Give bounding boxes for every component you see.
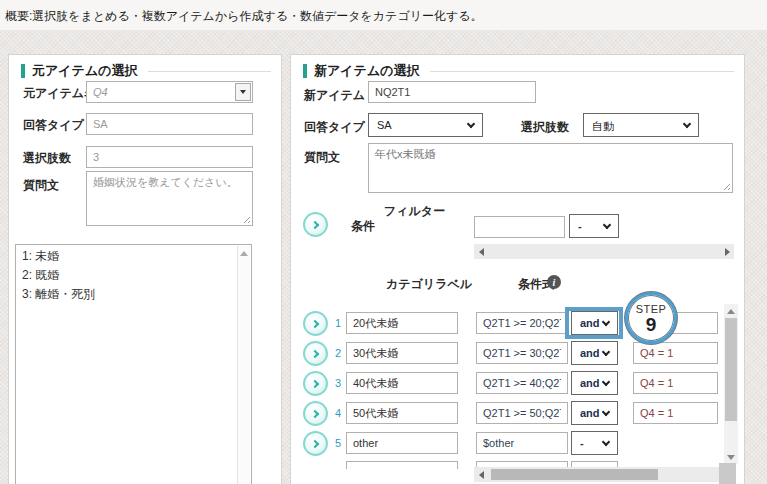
answer-type-value: SA [377,119,392,131]
apply-row-arrow-button[interactable] [303,341,328,366]
list-item[interactable]: 1: 未婚 [16,247,235,266]
operator-select[interactable]: and [571,401,618,425]
category-label-field[interactable] [346,402,458,424]
scroll-right-icon[interactable] [720,244,734,259]
step-badge-label: STEP [636,303,667,315]
operator-select[interactable]: - [571,431,618,455]
row-number: 1 [329,317,341,329]
answer-type-label: 回答タイプ [23,117,84,134]
list-item[interactable]: 3: 離婚・死別 [16,285,235,304]
item-name-dropdown[interactable]: Q4 [86,81,253,103]
scroll-left-icon[interactable] [474,467,488,482]
accent-bar [303,64,307,78]
chevron-down-icon [602,438,610,446]
listbox-scrollbar[interactable] [237,246,250,484]
condition-field[interactable] [476,342,568,364]
operator-value: - [580,437,584,449]
source-panel-title: 元アイテムの選択 [32,62,138,80]
arrow-right-icon [310,349,318,357]
arrow-right-icon [310,220,318,228]
overview-bar: 概要:選択肢をまとめる・複数アイテムから作成する・数値データをカテゴリー化する。 [0,0,767,30]
condition-field[interactable] [476,312,568,334]
apply-filter-arrow-button[interactable] [303,212,328,237]
operator-select[interactable]: and [571,371,618,395]
new-item-field[interactable] [368,81,536,103]
scroll-up-icon[interactable] [724,304,738,318]
category-label-header: カテゴリラベル [386,276,472,293]
operator-value: and [580,407,600,419]
horizontal-scroll-thumb[interactable] [491,469,658,480]
apply-row-arrow-button[interactable] [303,371,328,396]
resize-handle[interactable] [721,181,730,190]
choice-count-select[interactable]: 自動 [583,113,699,137]
partial-row-field [346,461,458,469]
resize-handle[interactable] [241,214,250,223]
info-icon[interactable] [547,275,561,289]
vertical-scroll-thumb[interactable] [725,318,737,421]
choice-count-field[interactable] [86,146,253,168]
question-label: 質問文 [23,177,59,194]
operator-value: and [580,347,600,359]
chevron-down-icon [467,120,475,128]
header-rule [148,71,271,72]
question-text: 婚姻状況を教えてください。 [93,176,238,188]
question-textarea[interactable]: 年代x未既婚 [368,143,733,193]
extra-condition-field[interactable] [633,342,718,364]
step-badge: STEP 9 [625,292,677,344]
choices-listbox[interactable]: 1: 未婚 2: 既婚 3: 離婚・死別 [15,244,252,484]
table-row: 3 and [291,371,746,396]
category-label-field[interactable] [346,432,458,454]
condition-field[interactable] [476,402,568,424]
choice-count-value: 自動 [592,119,614,134]
chevron-down-icon [602,378,610,386]
filter-condition-label: フィルター条件 [351,204,457,234]
apply-row-arrow-button[interactable] [303,431,328,456]
operator-value: and [580,377,600,389]
app-window: 概要:選択肢をまとめる・複数アイテムから作成する・数値データをカテゴリー化する。… [0,0,767,484]
chevron-down-icon [602,318,610,326]
extra-condition-field[interactable] [633,402,718,424]
scroll-left-icon[interactable] [474,244,488,259]
dropdown-button[interactable] [235,83,251,101]
chevron-down-icon [683,120,691,128]
new-item-panel: 新アイテムの選択 新アイテム 回答タイプ SA 選択肢数 自動 質問文 年代x未… [290,54,745,484]
extra-condition-field[interactable] [633,372,718,394]
filter-operator-select[interactable]: - [569,214,619,238]
filter-condition-field[interactable] [474,216,565,238]
accent-bar [21,64,25,78]
source-item-panel: 元アイテムの選択 元アイテム名 Q4 回答タイプ 選択肢数 質問文 婚姻状況を教… [8,54,282,484]
item-name-value: Q4 [93,86,108,98]
scrollbar-corner [719,463,736,484]
row-number: 2 [329,347,341,359]
overview-text: 概要:選択肢をまとめる・複数アイテムから作成する・数値データをカテゴリー化する。 [5,8,483,25]
table-vertical-scrollbar[interactable] [724,304,738,464]
filter-horizontal-scrollbar[interactable] [474,244,734,259]
arrow-right-icon [310,439,318,447]
category-label-field[interactable] [346,312,458,334]
apply-row-arrow-button[interactable] [303,401,328,426]
new-item-label: 新アイテム [304,87,365,104]
operator-select[interactable]: and [571,341,618,365]
operator-select[interactable]: and [571,311,618,335]
answer-type-field[interactable] [86,113,253,135]
table-horizontal-scrollbar[interactable] [474,467,734,482]
condition-field[interactable] [476,432,568,454]
new-panel-header: 新アイテムの選択 [303,63,734,79]
condition-field[interactable] [476,372,568,394]
list-item[interactable]: 2: 既婚 [16,266,235,285]
operator-value: and [580,317,600,329]
header-rule [430,71,734,72]
filter-operator-value: - [578,220,582,232]
answer-type-select[interactable]: SA [368,113,483,137]
caret-down-icon [240,90,246,94]
question-textarea[interactable]: 婚姻状況を教えてください。 [86,171,253,226]
scroll-up-icon[interactable] [240,251,248,256]
chevron-down-icon [602,408,610,416]
chevron-down-icon [602,348,610,356]
apply-row-arrow-button[interactable] [303,311,328,336]
row-number: 3 [329,377,341,389]
scroll-down-icon[interactable] [724,450,738,464]
category-label-field[interactable] [346,372,458,394]
category-label-field[interactable] [346,342,458,364]
row-number: 5 [329,437,341,449]
